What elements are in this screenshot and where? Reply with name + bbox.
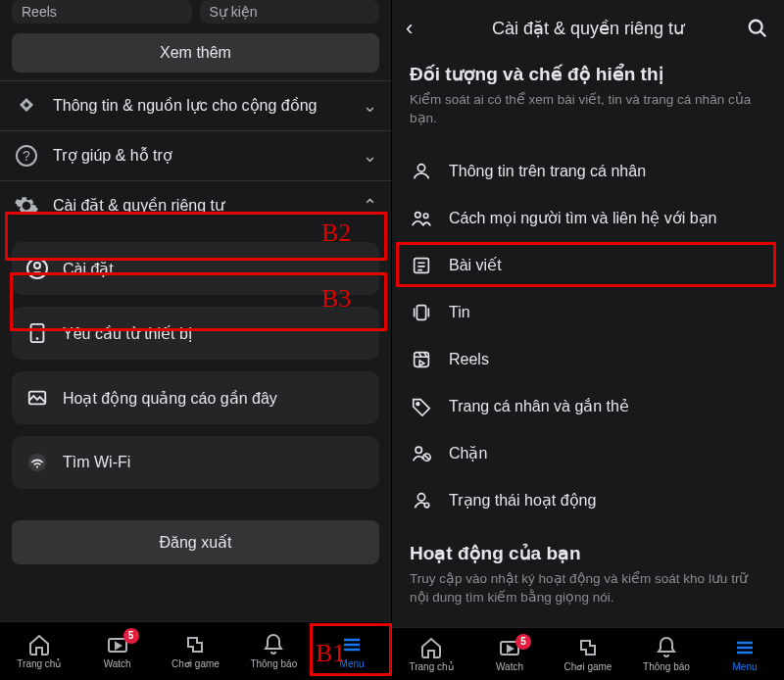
section-title: Đối tượng và chế độ hiển thị [410, 63, 766, 85]
bell-icon [262, 633, 285, 656]
tab-label: Trang chủ [409, 661, 453, 672]
gaming-icon [183, 633, 207, 656]
section-desc: Truy cập vào nhật ký hoạt động và kiểm s… [410, 570, 766, 607]
svg-point-11 [417, 164, 424, 170]
item-label: Bài viết [449, 256, 502, 274]
item-label: Cách mọi người tìm và liên hệ với bạn [449, 209, 716, 227]
gaming-icon [576, 636, 600, 659]
svg-point-12 [416, 212, 421, 218]
row-help[interactable]: ? Trợ giúp & hỗ trợ ⌄ [0, 130, 391, 180]
card-label: Cài đặt [63, 260, 114, 278]
badge-count: 5 [123, 628, 139, 644]
chip-events[interactable]: Sự kiện [200, 0, 380, 24]
item-label: Trạng thái hoạt động [449, 491, 596, 510]
svg-point-21 [424, 503, 429, 508]
tab-label: Watch [496, 661, 523, 672]
svg-point-8 [36, 465, 38, 467]
bottom-nav-left: Trang chủ 5 Watch Chơi game Thông báo Me… [0, 621, 391, 680]
card-ad-activity[interactable]: Hoạt động quảng cáo gần đây [12, 371, 379, 424]
people-icon [410, 207, 433, 230]
person-card-icon [410, 160, 433, 183]
tab-label: Thông báo [250, 658, 297, 669]
svg-rect-15 [416, 305, 425, 319]
right-header: ‹ Cài đặt & quyền riêng tư [392, 0, 784, 59]
item-stories[interactable]: Tin [392, 289, 784, 336]
svg-point-20 [417, 493, 424, 500]
menu-icon [733, 636, 757, 659]
item-label: Chặn [449, 444, 487, 462]
tab-label: Watch [104, 658, 131, 669]
tag-icon [410, 395, 433, 418]
item-label: Trang cá nhân và gắn thẻ [449, 397, 629, 415]
screen-menu: Reels Sự kiện Xem thêm Thông tin & nguồn… [0, 0, 392, 680]
item-profile-tagging[interactable]: Trang cá nhân và gắn thẻ [392, 383, 784, 430]
row-community[interactable]: Thông tin & nguồn lực cho cộng đồng ⌄ [0, 80, 391, 130]
row-label: Trợ giúp & hỗ trợ [53, 146, 349, 167]
wifi-icon [25, 451, 49, 474]
active-status-icon [410, 489, 433, 512]
svg-point-10 [750, 21, 762, 33]
stories-icon [410, 301, 433, 324]
help-icon: ? [14, 143, 39, 169]
section-desc: Kiểm soát ai có thể xem bài viết, tin và… [410, 91, 766, 128]
back-icon[interactable]: ‹ [406, 16, 429, 41]
tab-label: Trang chủ [17, 658, 61, 669]
menu-icon [340, 633, 364, 656]
tab-label: Menu [732, 661, 757, 672]
card-settings[interactable]: Cài đặt [12, 242, 379, 295]
shortcut-chips: Reels Sự kiện [0, 0, 391, 25]
search-icon[interactable] [747, 18, 770, 39]
row-settings-privacy[interactable]: Cài đặt & quyền riêng tư ⌃ [0, 180, 391, 230]
person-circle-icon [25, 257, 49, 280]
tab-label: Chơi game [564, 661, 612, 672]
chevron-down-icon: ⌄ [363, 95, 377, 117]
card-label: Hoạt động quảng cáo gần đây [63, 389, 277, 408]
chevron-down-icon: ⌄ [363, 145, 377, 167]
svg-point-7 [28, 454, 46, 471]
screen-settings-privacy: ‹ Cài đặt & quyền riêng tư Đối tượng và … [392, 0, 784, 680]
tab-gaming[interactable]: Chơi game [549, 628, 627, 680]
section-title: Hoạt động của bạn [410, 542, 766, 564]
settings-subgroup: Cài đặt Yêu cầu từ thiết bị Hoạt động qu… [0, 230, 391, 499]
tab-notifications[interactable]: Thông báo [234, 622, 313, 680]
item-block[interactable]: Chặn [392, 430, 784, 477]
image-icon [25, 386, 49, 410]
reels-icon [410, 348, 433, 371]
tab-menu[interactable]: Menu [313, 622, 391, 680]
item-posts[interactable]: Bài viết [392, 242, 784, 289]
see-more-button[interactable]: Xem thêm [12, 33, 379, 73]
card-label: Yêu cầu từ thiết bị [63, 324, 192, 343]
item-label: Reels [449, 351, 489, 368]
tab-watch[interactable]: 5 Watch [78, 622, 157, 680]
card-device-requests[interactable]: Yêu cầu từ thiết bị [12, 307, 379, 360]
row-label: Cài đặt & quyền riêng tư [53, 196, 349, 217]
tab-home[interactable]: Trang chủ [0, 622, 78, 680]
gear-icon [14, 193, 39, 219]
svg-text:?: ? [23, 148, 30, 164]
svg-point-3 [34, 263, 40, 268]
post-icon [410, 254, 433, 277]
tab-label: Chơi game [172, 658, 220, 669]
chevron-up-icon: ⌃ [363, 195, 377, 217]
item-find-contact[interactable]: Cách mọi người tìm và liên hệ với bạn [392, 195, 784, 242]
section-activity: Hoạt động của bạn Truy cập vào nhật ký h… [392, 538, 784, 627]
item-reels[interactable]: Reels [392, 336, 784, 383]
bell-icon [655, 636, 678, 659]
tab-notifications[interactable]: Thông báo [627, 628, 706, 680]
tab-gaming[interactable]: Chơi game [157, 622, 235, 680]
card-wifi[interactable]: Tìm Wi-Fi [12, 436, 379, 489]
svg-point-17 [416, 403, 419, 406]
tab-home[interactable]: Trang chủ [392, 628, 470, 680]
device-icon [25, 321, 49, 345]
item-label: Tin [449, 304, 470, 321]
item-active-status[interactable]: Trạng thái hoạt động [392, 477, 784, 524]
tab-watch[interactable]: 5 Watch [470, 628, 549, 680]
item-label: Thông tin trên trang cá nhân [449, 163, 646, 180]
tab-menu[interactable]: Menu [706, 628, 784, 680]
logout-button[interactable]: Đăng xuất [12, 520, 379, 564]
item-profile-info[interactable]: Thông tin trên trang cá nhân [392, 148, 784, 195]
svg-point-13 [423, 214, 428, 219]
chip-reels[interactable]: Reels [12, 0, 192, 24]
badge-count: 5 [515, 634, 531, 650]
tab-label: Thông báo [643, 661, 690, 672]
